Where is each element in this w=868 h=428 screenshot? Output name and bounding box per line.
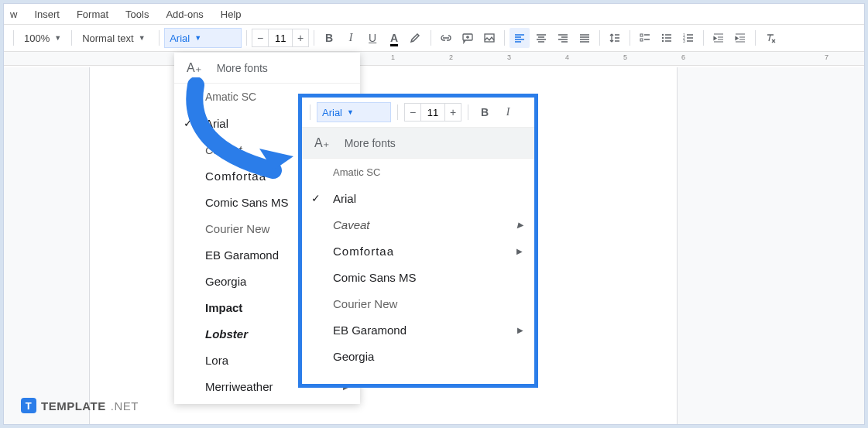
fontsize-value[interactable]: 11 (421, 103, 444, 122)
more-fonts-item[interactable]: A₊ More fonts (302, 128, 534, 159)
underline-button[interactable]: U (362, 28, 383, 48)
font-label: Amatic SC (205, 91, 256, 103)
svg-rect-3 (640, 39, 643, 41)
toolbar: 100% ▼ Normal text ▼ Arial ▼ − 11 + B I … (4, 24, 864, 52)
submenu-arrow-icon: ▶ (517, 221, 523, 229)
separator (755, 30, 756, 46)
fontsize-increase[interactable]: + (292, 29, 309, 47)
more-fonts-label: More fonts (217, 62, 268, 74)
separator (630, 30, 630, 46)
font-label: Merriweather (205, 380, 273, 393)
zoom-value: 100% (24, 33, 50, 44)
separator (468, 104, 468, 120)
svg-point-5 (662, 37, 664, 39)
bold-button[interactable]: B (475, 102, 495, 122)
ruler: 1 2 3 4 5 6 7 (4, 52, 864, 66)
zoom-select[interactable]: 100% ▼ (19, 28, 67, 48)
text-color-button[interactable]: A (384, 28, 404, 48)
font-item[interactable]: ✓Arial (302, 185, 534, 211)
font-label: Georgia (205, 275, 246, 288)
font-label: Comfortaa (333, 245, 394, 258)
clear-formatting-button[interactable] (760, 28, 781, 48)
menu-format[interactable]: Format (77, 9, 108, 20)
svg-point-6 (662, 40, 664, 42)
font-item[interactable]: Georgia (302, 343, 534, 369)
font-item[interactable]: EB Garamond▶ (302, 317, 534, 343)
highlight-button[interactable] (406, 28, 426, 48)
menu-addons[interactable]: Add-ons (166, 9, 203, 20)
separator (310, 104, 310, 120)
separator (13, 30, 14, 46)
font-item[interactable]: Amatic SC (302, 159, 534, 185)
insert-comment-button[interactable] (458, 28, 478, 48)
font-value: Arial (322, 107, 342, 118)
separator (703, 30, 704, 46)
svg-text:3: 3 (683, 39, 685, 43)
font-label: Arial (333, 192, 356, 205)
align-justify-button[interactable] (575, 28, 595, 48)
font-item[interactable]: Courier New (302, 290, 534, 317)
chevron-down-icon: ▼ (54, 34, 61, 42)
font-item[interactable]: Comfortaa▶ (302, 238, 534, 264)
menu-help[interactable]: Help (221, 9, 242, 20)
callout-box: Arial ▼ − 11 + B I A₊ More fonts Amatic … (298, 94, 538, 388)
align-center-button[interactable] (531, 28, 551, 48)
logo-suffix: .NET (111, 399, 139, 413)
indent-decrease-button[interactable] (708, 28, 729, 48)
menu-tools[interactable]: Tools (125, 9, 149, 20)
font-select[interactable]: Arial ▼ (164, 28, 242, 48)
bulleted-list-button[interactable] (657, 28, 677, 48)
font-item[interactable]: Comic Sans MS (302, 264, 534, 290)
separator (71, 30, 72, 46)
app-window: w Insert Format Tools Add-ons Help 100% … (3, 3, 865, 425)
font-label: Comic Sans MS (333, 271, 417, 284)
font-label: Georgia (333, 350, 374, 363)
fontsize-decrease[interactable]: − (404, 103, 421, 122)
more-fonts-item[interactable]: A₊ More fonts (174, 53, 360, 84)
insert-link-button[interactable] (436, 28, 456, 48)
check-icon: ✓ (311, 192, 321, 204)
paragraph-style-select[interactable]: Normal text ▼ (77, 28, 154, 48)
callout-toolbar: Arial ▼ − 11 + B I (302, 98, 534, 127)
separator (246, 30, 247, 46)
font-label: EB Garamond (333, 324, 407, 337)
separator (397, 104, 398, 120)
font-item[interactable]: Caveat▶ (302, 211, 534, 238)
font-label: Comic Sans MS (205, 196, 289, 209)
numbered-list-button[interactable]: 123 (678, 28, 698, 48)
separator (504, 30, 505, 46)
insert-image-button[interactable] (479, 28, 499, 48)
fontsize-value[interactable]: 11 (269, 29, 292, 47)
submenu-arrow-icon: ▶ (516, 247, 523, 255)
svg-rect-2 (640, 34, 643, 36)
align-right-button[interactable] (553, 28, 573, 48)
chevron-down-icon: ▼ (347, 108, 354, 116)
menu-bar: w Insert Format Tools Add-ons Help (4, 4, 864, 24)
font-value: Arial (170, 33, 190, 44)
submenu-arrow-icon: ▶ (517, 326, 523, 334)
indent-increase-button[interactable] (730, 28, 750, 48)
separator (159, 30, 160, 46)
fontsize-group: − 11 + (252, 29, 309, 47)
more-fonts-label: More fonts (345, 137, 396, 149)
font-label: Lobster (205, 327, 248, 341)
italic-button[interactable]: I (341, 28, 361, 48)
callout-font-select[interactable]: Arial ▼ (317, 102, 391, 122)
separator (599, 30, 600, 46)
font-label: Caveat (205, 143, 242, 156)
fontsize-decrease[interactable]: − (252, 29, 269, 47)
font-label: Lora (205, 354, 228, 367)
font-label: Caveat (333, 218, 370, 231)
menu-w[interactable]: w (10, 9, 17, 20)
separator (314, 30, 314, 46)
line-spacing-button[interactable] (605, 28, 625, 48)
svg-point-4 (662, 34, 664, 36)
brand-logo: T TEMPLATE.NET (21, 398, 139, 413)
chevron-down-icon: ▼ (139, 34, 146, 42)
checklist-button[interactable] (635, 28, 655, 48)
fontsize-increase[interactable]: + (444, 103, 461, 122)
italic-button[interactable]: I (498, 102, 518, 122)
menu-insert[interactable]: Insert (34, 9, 60, 20)
align-left-button[interactable] (509, 28, 530, 48)
bold-button[interactable]: B (319, 28, 339, 48)
